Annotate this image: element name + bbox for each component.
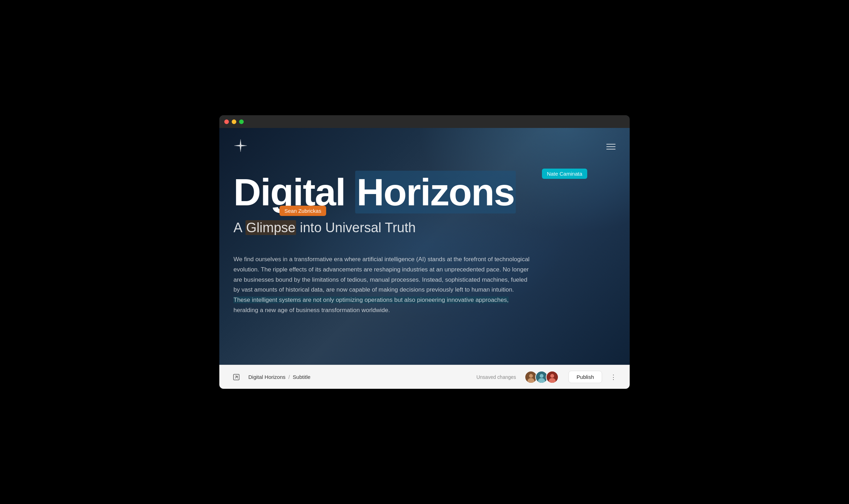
svg-point-8 xyxy=(550,374,554,378)
breadcrumb-title: Digital Horizons xyxy=(248,374,285,380)
window-content: Nate Caminata Digital Horizons Sean Zubr… xyxy=(219,128,630,365)
text-highlight: These intelligent systems are not only o… xyxy=(233,297,509,303)
more-options-button[interactable]: ⋮ xyxy=(608,371,619,383)
subtitle-text: A Glimpse into Universal Truth xyxy=(233,219,616,236)
titlebar xyxy=(219,115,630,128)
main-content: Nate Caminata Digital Horizons Sean Zubr… xyxy=(219,165,630,337)
svg-point-6 xyxy=(538,378,545,383)
avatar-3 xyxy=(546,371,559,383)
publish-button[interactable]: Publish xyxy=(568,371,602,383)
svg-point-5 xyxy=(539,374,543,378)
subtitle-highlight: Glimpse xyxy=(246,220,296,235)
sean-tooltip: Sean Zubrickas xyxy=(279,206,326,216)
export-button[interactable] xyxy=(230,371,243,383)
svg-point-3 xyxy=(527,378,535,383)
breadcrumb-separator: / xyxy=(288,374,291,380)
svg-point-2 xyxy=(529,374,533,378)
close-button[interactable] xyxy=(224,119,229,124)
hamburger-icon[interactable] xyxy=(606,144,616,150)
logo-icon xyxy=(233,139,248,154)
hamburger-line-1 xyxy=(606,144,616,145)
body-text: We find ourselves in a transformative er… xyxy=(233,254,531,316)
breadcrumb: Digital Horizons / Subtitle xyxy=(248,374,471,380)
hamburger-line-2 xyxy=(606,146,616,147)
nate-tooltip: Nate Caminata xyxy=(542,169,587,179)
title-part2-highlight: Horizons xyxy=(355,171,516,213)
bottom-bar: Digital Horizons / Subtitle Unsaved chan… xyxy=(219,365,630,389)
subtitle-block: Sean Zubrickas A Glimpse into Universal … xyxy=(233,219,616,236)
svg-point-9 xyxy=(549,378,556,383)
minimize-button[interactable] xyxy=(232,119,236,124)
nav-bar xyxy=(219,128,630,165)
maximize-button[interactable] xyxy=(239,119,244,124)
hamburger-line-3 xyxy=(606,149,616,150)
mac-window: Nate Caminata Digital Horizons Sean Zubr… xyxy=(219,115,630,389)
avatar-group xyxy=(525,371,559,383)
breadcrumb-subtitle: Subtitle xyxy=(293,374,311,380)
unsaved-label: Unsaved changes xyxy=(477,374,516,380)
